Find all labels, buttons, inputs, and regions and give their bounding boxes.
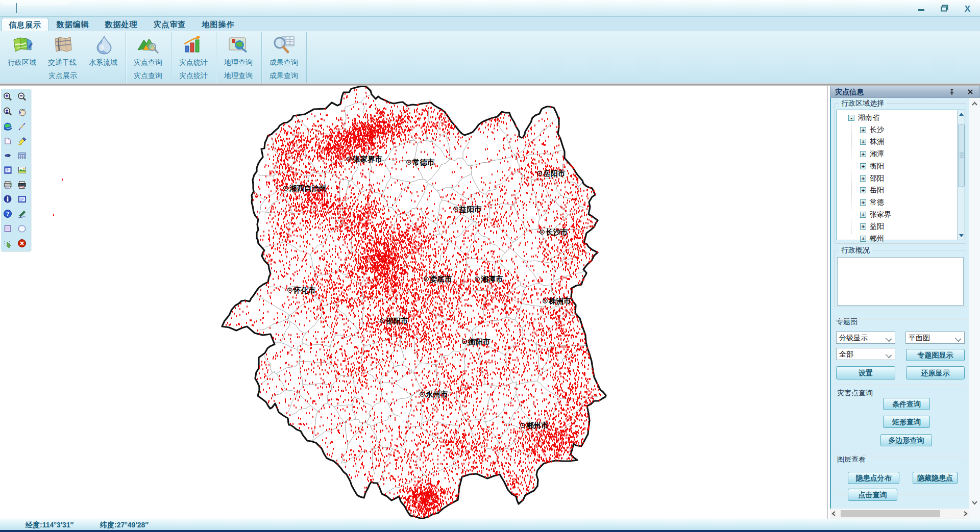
- svg-text:永州市: 永州市: [425, 390, 448, 398]
- svg-text:X: X: [965, 4, 971, 14]
- svg-text:岳阳市: 岳阳市: [543, 169, 566, 178]
- svg-text:衡阳市: 衡阳市: [468, 338, 491, 346]
- svg-text:益阳市: 益阳市: [459, 205, 482, 213]
- svg-text:张家界市: 张家界市: [353, 155, 383, 163]
- svg-text:常德市: 常德市: [412, 158, 435, 166]
- svg-text:娄底市: 娄底市: [430, 275, 452, 283]
- svg-text:郴州市: 郴州市: [526, 421, 549, 429]
- svg-text:湘西自治州: 湘西自治州: [289, 184, 327, 192]
- svg-text:长沙市: 长沙市: [545, 228, 568, 236]
- svg-text:株洲市: 株洲市: [548, 297, 571, 305]
- svg-text:?: ?: [6, 211, 10, 217]
- svg-text:湘潭市: 湘潭市: [480, 275, 503, 283]
- svg-text:怀化市: 怀化市: [293, 286, 316, 294]
- svg-text:邵阳市: 邵阳市: [385, 317, 408, 325]
